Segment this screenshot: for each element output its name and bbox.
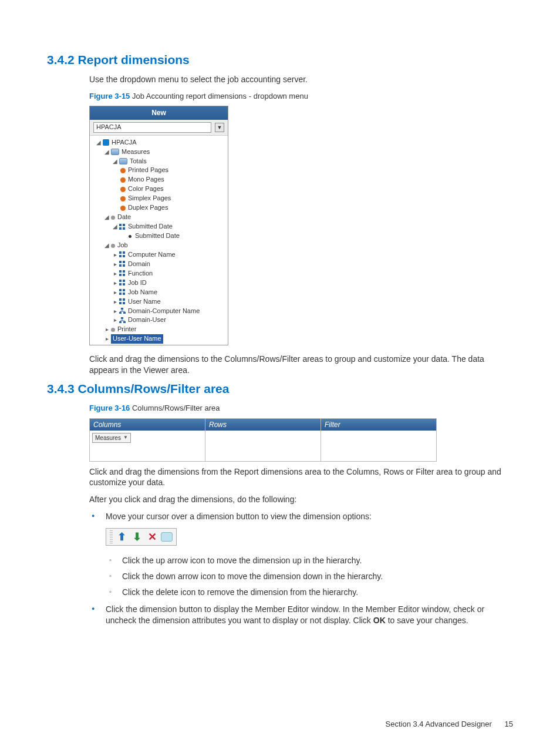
edit-icon[interactable] (161, 532, 173, 542)
tree-job-group[interactable]: Job (117, 241, 128, 248)
measure-icon (120, 187, 126, 192)
tree-job-name[interactable]: Job Name (128, 288, 157, 295)
attribute-icon (119, 261, 126, 267)
svg-rect-0 (119, 224, 122, 226)
tree-duplex-pages[interactable]: Duplex Pages (128, 204, 168, 211)
svg-rect-8 (119, 261, 122, 263)
para-342-followup: Click and drag the dimensions to the Col… (89, 354, 513, 376)
chevron-down-icon[interactable]: ▼ (215, 123, 224, 132)
tree-date-group[interactable]: Date (117, 213, 131, 220)
crf-columns-header: Columns (90, 419, 205, 431)
attribute-icon (119, 270, 126, 277)
cube-icon (103, 139, 109, 146)
svg-rect-33 (123, 321, 126, 323)
svg-rect-21 (123, 289, 125, 291)
measure-icon (120, 168, 126, 173)
figure-label: Figure 3-16 (89, 404, 130, 412)
figure-label: Figure 3-15 (89, 92, 130, 100)
tree-domain[interactable]: Domain (128, 260, 150, 267)
svg-rect-9 (123, 261, 125, 263)
tree-root[interactable]: HPACJA (112, 139, 137, 146)
leaf-icon (129, 235, 131, 238)
crf-rows[interactable]: Rows (205, 419, 321, 461)
tree-submitted-date-leaf[interactable]: Submitted Date (135, 232, 180, 239)
tree-function[interactable]: Function (128, 270, 153, 277)
svg-rect-22 (119, 293, 122, 295)
svg-rect-26 (119, 302, 122, 304)
svg-rect-5 (123, 251, 125, 254)
para-342-intro: Use the dropdown menu to select the job … (89, 74, 513, 85)
svg-rect-28 (121, 308, 123, 310)
svg-rect-24 (119, 298, 122, 301)
tree-computer-name[interactable]: Computer Name (128, 251, 176, 258)
crf-filter[interactable]: Filter (321, 419, 436, 461)
chevron-down-icon[interactable]: ▼ (123, 435, 128, 441)
folder-icon (119, 158, 127, 164)
para-343-p2: After you click and drag the dimensions,… (89, 494, 513, 505)
group-icon (111, 328, 115, 332)
measure-icon (120, 177, 126, 183)
pill-label: Measures (95, 434, 121, 442)
svg-rect-17 (123, 280, 125, 282)
tree-printed-pages[interactable]: Printed Pages (128, 166, 168, 173)
sub-bullet-up: Click the up arrow icon to move the dime… (106, 555, 513, 566)
svg-rect-19 (123, 283, 125, 285)
svg-rect-4 (119, 251, 122, 254)
tree-totals[interactable]: Totals (130, 157, 147, 164)
svg-rect-29 (119, 312, 122, 314)
para-343-p1: Click and drag the dimensions from the R… (89, 466, 513, 489)
svg-rect-11 (123, 264, 125, 267)
tree-printer-group[interactable]: Printer (117, 325, 136, 332)
measures-pill[interactable]: Measures ▼ (92, 433, 131, 443)
tree-selected-node[interactable]: User-User Name (111, 334, 163, 344)
tree-measures[interactable]: Measures (122, 148, 150, 155)
svg-rect-14 (119, 274, 122, 276)
svg-rect-31 (121, 317, 123, 319)
svg-rect-27 (123, 302, 125, 304)
svg-rect-1 (123, 224, 125, 226)
tree-job-id[interactable]: Job ID (128, 279, 147, 286)
grip-icon (110, 530, 113, 543)
heading-343: 3.4.3 Columns/Rows/Filter area (47, 382, 513, 396)
tree-submitted-date[interactable]: Submitted Date (128, 223, 173, 230)
delete-icon[interactable]: ✕ (146, 530, 158, 543)
bullet-1: Move your cursor over a dimension button… (106, 512, 372, 521)
svg-rect-2 (119, 227, 122, 230)
arrow-up-icon[interactable]: ⬆ (115, 530, 128, 543)
sub-bullet-delete: Click the delete icon to remove the dime… (106, 587, 513, 598)
svg-rect-3 (123, 227, 125, 230)
server-dropdown[interactable]: HPACJA ▼ (90, 120, 228, 136)
attribute-icon (119, 298, 126, 305)
svg-rect-7 (123, 255, 125, 257)
tree-user-name[interactable]: User Name (128, 298, 161, 305)
attribute-icon (119, 224, 126, 230)
figure-caption-3-15: Figure 3-15 Job Accounting report dimens… (89, 91, 513, 102)
attribute-icon (119, 289, 126, 295)
svg-rect-30 (123, 312, 126, 314)
group-icon (111, 244, 115, 248)
footer-page-number: 15 (505, 720, 513, 728)
tree-mono-pages[interactable]: Mono Pages (128, 176, 164, 183)
tree-color-pages[interactable]: Color Pages (128, 185, 164, 192)
svg-rect-15 (123, 274, 125, 276)
tree-domain-computer-name[interactable]: Domain-Computer Name (128, 307, 200, 314)
crf-columns[interactable]: Columns Measures ▼ (90, 419, 205, 461)
measure-icon (120, 196, 126, 201)
server-dropdown-value: HPACJA (96, 123, 122, 132)
measure-icon (120, 206, 126, 211)
tree-domain-user[interactable]: Domain-User (128, 316, 166, 323)
arrow-down-icon[interactable]: ⬇ (130, 530, 143, 543)
bullet-2: Click the dimension button to display th… (89, 604, 513, 626)
crf-rows-header: Rows (205, 419, 321, 431)
hierarchy-icon (119, 317, 126, 324)
dimension-options-toolbar: ⬆ ⬇ ✕ (106, 528, 177, 546)
figure-text: Columns/Rows/Filter area (132, 404, 220, 412)
page-footer: Section 3.4 Advanced Designer 15 (386, 720, 514, 728)
dimensions-tree[interactable]: ◢HPACJA ◢Measures ◢Totals Printed Pages … (90, 136, 228, 345)
footer-section: Section 3.4 Advanced Designer (386, 720, 492, 728)
svg-rect-12 (119, 270, 122, 273)
svg-rect-6 (119, 255, 122, 257)
svg-rect-20 (119, 289, 122, 291)
tree-simplex-pages[interactable]: Simplex Pages (128, 194, 171, 201)
group-icon (111, 216, 115, 220)
